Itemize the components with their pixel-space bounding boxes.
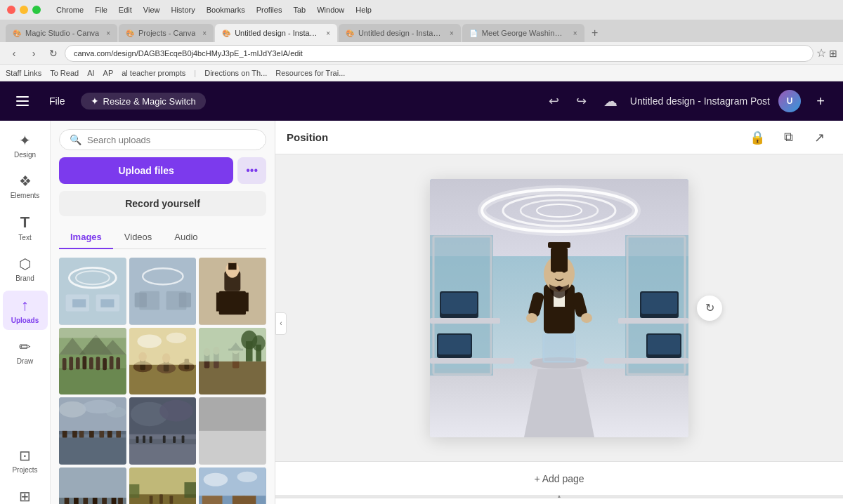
grid-item-1[interactable] (59, 258, 126, 325)
menu-profiles[interactable]: Profiles (256, 6, 282, 14)
svg-rect-31 (116, 357, 120, 369)
svg-rect-30 (110, 356, 114, 369)
address-bar[interactable]: canva.com/design/DAGB3EcqeB0j4bcHMyJ3pE_… (65, 45, 813, 62)
bookmark-ai[interactable]: AI (87, 69, 94, 77)
add-button[interactable]: + (809, 90, 832, 112)
media-tabs: Images Videos Audio (59, 226, 266, 249)
minimize-btn[interactable] (20, 6, 28, 14)
sidebar-item-design[interactable]: ✦ Design (3, 126, 48, 164)
grid-item-2[interactable] (129, 258, 197, 325)
share-button[interactable]: ↗ (806, 125, 832, 150)
canvas-area: Position 🔒 ⧉ ↗ (275, 121, 843, 504)
sidebar-item-elements[interactable]: ❖ Elements (3, 167, 48, 205)
forward-button[interactable]: › (25, 45, 42, 62)
svg-rect-87 (143, 436, 145, 444)
user-avatar[interactable]: U (778, 90, 801, 112)
bookmark-teacher-prompts[interactable]: al teacher prompts (122, 69, 185, 77)
svg-rect-90 (173, 437, 176, 444)
svg-point-124 (237, 472, 258, 482)
sidebar-item-apps[interactable]: ⊞ Apps (3, 482, 48, 504)
reload-button[interactable]: ↻ (45, 45, 62, 62)
upload-files-button[interactable]: Upload files (59, 157, 233, 184)
tab-images[interactable]: Images (59, 226, 113, 249)
grid-item-7[interactable] (59, 397, 126, 465)
main-area: ✦ Design ❖ Elements T Text ⬡ Brand ↑ Upl… (0, 121, 843, 504)
tab-projects[interactable]: 🎨 Projects - Canva × (119, 24, 214, 42)
tab-videos[interactable]: Videos (113, 226, 164, 249)
draw-icon: ✏ (19, 338, 31, 355)
bookmark-star[interactable]: ☆ (816, 46, 826, 60)
tab-close-icon[interactable]: × (326, 29, 330, 37)
sidebar-item-uploads[interactable]: ↑ Uploads (3, 291, 48, 330)
bookmark-resources[interactable]: Resources for Trai... (275, 69, 345, 77)
undo-button[interactable]: ↩ (544, 89, 563, 113)
svg-rect-135 (441, 293, 477, 314)
grid-item-12[interactable] (199, 467, 266, 504)
tab-george[interactable]: 📄 Meet George Washington, th... × (462, 24, 584, 42)
collapse-panel-button[interactable]: ‹ (275, 312, 287, 335)
tab-magic-studio[interactable]: 🎨 Magic Studio - Canva × (6, 24, 117, 42)
sidebar-item-projects[interactable]: ⊡ Projects (3, 442, 48, 479)
menu-tab[interactable]: Tab (293, 6, 306, 14)
cloud-save-icon[interactable]: ☁ (599, 88, 622, 114)
grid-item-3[interactable] (199, 258, 266, 325)
design-canvas[interactable] (430, 179, 688, 437)
svg-rect-46 (129, 328, 197, 365)
browser-tabs-bar: 🎨 Magic Studio - Canva × 🎨 Projects - Ca… (0, 20, 843, 42)
sidebar-item-text[interactable]: T Text (3, 208, 48, 247)
menu-bookmarks[interactable]: Bookmarks (207, 6, 245, 14)
grid-item-10[interactable] (59, 467, 126, 504)
tab-untitled-2[interactable]: 🎨 Untitled design - Instagram P... × (339, 24, 461, 42)
grid-item-11[interactable] (129, 467, 197, 504)
svg-rect-137 (648, 335, 680, 354)
sidebar-item-draw[interactable]: ✏ Draw (3, 333, 48, 371)
record-yourself-button[interactable]: Record yourself (59, 191, 266, 216)
search-input[interactable] (87, 135, 256, 145)
tab-audio[interactable]: Audio (163, 226, 209, 249)
sidebar-item-brand[interactable]: ⬡ Brand (3, 250, 48, 288)
grid-item-5[interactable] (129, 328, 197, 395)
svg-rect-140 (430, 358, 514, 364)
lock-button[interactable]: 🔒 (745, 125, 770, 150)
menu-edit[interactable]: Edit (119, 6, 132, 14)
redo-button[interactable]: ↪ (572, 89, 591, 113)
grid-item-6[interactable] (199, 328, 266, 395)
menu-window[interactable]: Window (317, 6, 344, 14)
refresh-canvas-button[interactable]: ↻ (697, 296, 722, 321)
sidebar: ✦ Design ❖ Elements T Text ⬡ Brand ↑ Upl… (0, 121, 51, 504)
upload-more-button[interactable]: ••• (237, 157, 266, 184)
grid-item-4[interactable] (59, 328, 126, 395)
bookmark-to-read[interactable]: To Read (50, 69, 79, 77)
bookmark-ap[interactable]: AP (103, 69, 114, 77)
menu-file[interactable]: File (95, 6, 107, 14)
bookmark-directions[interactable]: Directions on Th... (204, 69, 267, 77)
tab-close-icon[interactable]: × (573, 29, 577, 37)
elements-icon: ❖ (19, 173, 32, 190)
menu-view[interactable]: View (143, 6, 160, 14)
bookmark-staff-links[interactable]: Staff Links (6, 69, 41, 77)
extensions-icon[interactable]: ⊞ (829, 48, 837, 59)
hamburger-menu[interactable] (11, 90, 34, 112)
tab-untitled-1[interactable]: 🎨 Untitled design - Instagram P... × (215, 24, 337, 42)
magic-switch-button[interactable]: ✦ Resize & Magic Switch (81, 93, 206, 110)
menu-chrome[interactable]: Chrome (56, 6, 84, 14)
canvas-workspace[interactable]: ↻ (275, 154, 843, 461)
menu-help[interactable]: Help (355, 6, 372, 14)
duplicate-button[interactable]: ⧉ (776, 125, 801, 150)
back-button[interactable]: ‹ (6, 45, 22, 62)
close-btn[interactable] (7, 6, 15, 14)
grid-item-8[interactable] (129, 397, 197, 465)
tab-close-icon[interactable]: × (450, 29, 454, 37)
new-tab-button[interactable]: + (586, 24, 604, 42)
svg-rect-110 (184, 482, 196, 498)
tab-close-icon[interactable]: × (202, 29, 207, 37)
svg-point-77 (59, 402, 86, 418)
svg-rect-143 (618, 318, 688, 324)
file-menu-button[interactable]: File (42, 91, 72, 111)
tab-close-icon[interactable]: × (106, 29, 110, 37)
svg-rect-93 (199, 397, 266, 431)
add-page-button[interactable]: + Add page (275, 461, 843, 495)
menu-history[interactable]: History (171, 6, 195, 14)
grid-item-9[interactable] (199, 397, 266, 465)
fullscreen-btn[interactable] (32, 6, 41, 14)
